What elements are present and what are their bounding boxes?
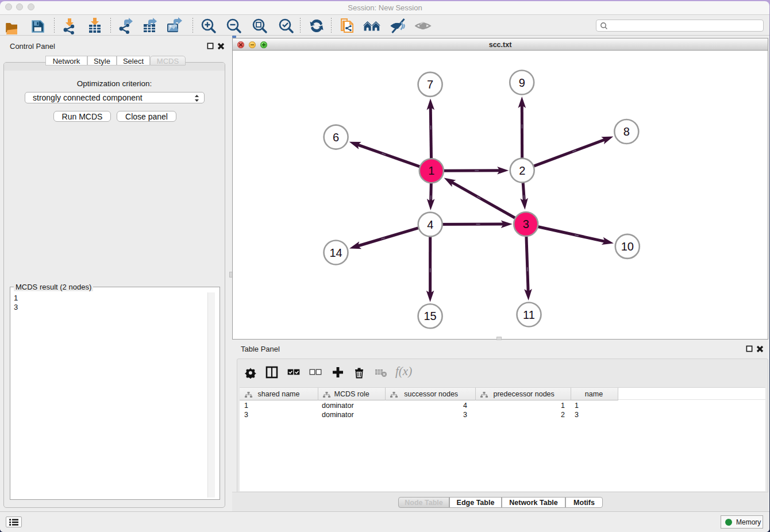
svg-text:1: 1 [428, 164, 434, 177]
svg-text:10: 10 [621, 240, 634, 253]
svg-text:2: 2 [519, 164, 525, 177]
svg-text:9: 9 [519, 76, 525, 89]
svg-text:14: 14 [329, 246, 342, 259]
svg-text:11: 11 [523, 309, 535, 321]
svg-text:4: 4 [427, 218, 433, 231]
svg-text:7: 7 [427, 78, 433, 91]
svg-text:8: 8 [623, 125, 630, 138]
svg-text:6: 6 [333, 131, 339, 144]
svg-text:15: 15 [424, 310, 436, 322]
svg-text:3: 3 [523, 218, 529, 230]
